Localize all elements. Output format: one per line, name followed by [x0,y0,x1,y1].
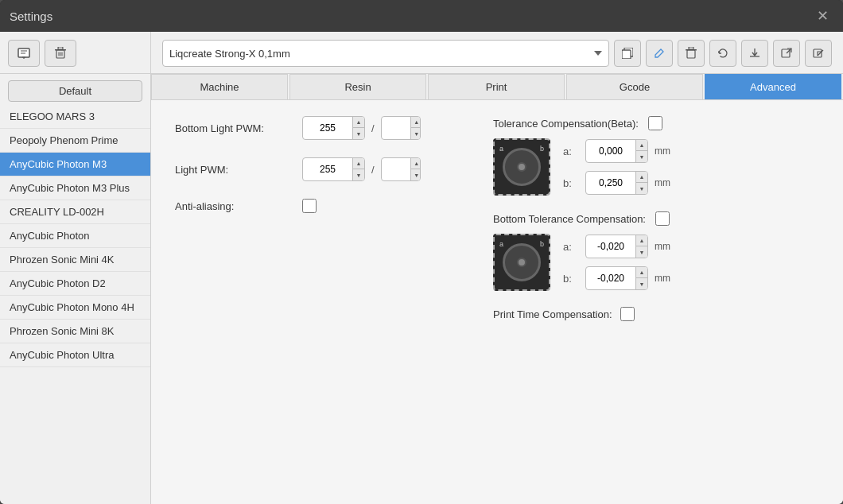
tab-gcode[interactable]: Gcode [566,74,703,99]
sidebar-item-peopoly-phenom-prime[interactable]: Peopoly Phenom Prime [0,129,150,153]
bottom-tolerance-b-unit: mm [655,273,670,284]
light-pwm-input-group[interactable]: ▲ ▼ [302,157,365,181]
tab-machine[interactable]: Machine [151,74,288,99]
bottom-light-pwm-slash-input[interactable] [382,117,410,139]
bottom-tolerance-a-input-group[interactable]: ▲ ▼ [585,235,648,258]
tolerance-a-input-group[interactable]: ▲ ▼ [585,139,648,163]
anti-aliasing-row: Anti-aliasing: [175,199,445,213]
light-pwm-slash-up[interactable]: ▲ [411,158,421,169]
anti-aliasing-label: Anti-aliasing: [175,200,294,212]
bottom-tolerance-center [517,258,526,267]
profile-export-button[interactable] [773,40,800,67]
bottom-tolerance-b-up[interactable]: ▲ [636,267,647,278]
tolerance-a-down[interactable]: ▼ [636,151,647,162]
settings-window: Settings ✕ Default ELEGOO MARS 3 Peopoly… [0,0,843,504]
tolerance-a-input[interactable] [586,140,635,162]
light-pwm-slash-down[interactable]: ▼ [411,169,421,180]
tab-print[interactable]: Print [428,74,565,99]
print-time-checkbox[interactable] [620,307,635,321]
sidebar-item-anycubic-photon-m3[interactable]: AnyCubic Photon M3 [0,153,150,176]
profile-edit-button[interactable] [646,40,673,67]
add-profile-button[interactable] [8,40,40,67]
tolerance-b-down[interactable]: ▼ [636,183,647,194]
tolerance-circle [503,148,541,186]
tolerance-b-input[interactable] [586,172,635,194]
bottom-tolerance-title: Bottom Tolerance Compensation: [493,213,646,225]
tolerance-b-label: b: [563,177,579,189]
sidebar-item-phrozen-sonic-mini-8k[interactable]: Phrozen Sonic Mini 8K [0,320,150,343]
bottom-tolerance-compensation-section: Bottom Tolerance Compensation: a b [493,211,819,291]
light-pwm-label: Light PWM: [175,164,294,176]
profile-reload-button[interactable] [709,40,736,67]
bottom-tolerance-a-label: a: [563,241,579,253]
svg-rect-7 [689,47,693,49]
window-title: Settings [10,10,52,23]
sidebar-item-elegoo-mars-3[interactable]: ELEGOO MARS 3 [0,105,150,129]
bottom-light-pwm-slash: / [371,122,375,134]
delete-profile-button[interactable] [45,40,76,67]
sidebar-item-anycubic-photon-ultra[interactable]: AnyCubic Photon Ultra [0,343,150,367]
svg-rect-5 [622,50,631,59]
close-button[interactable]: ✕ [811,5,833,27]
sidebar-item-anycubic-photon-m3-plus[interactable]: AnyCubic Photon M3 Plus [0,176,150,200]
light-pwm-input[interactable] [303,158,352,180]
tolerance-b-unit: mm [655,177,670,188]
tolerance-a-unit: mm [655,145,670,157]
light-pwm-spinner: ▲ ▼ / ▲ ▼ [302,157,421,181]
profile-select[interactable]: Liqcreate Strong-X 0,1mm [162,40,609,67]
sidebar: Default ELEGOO MARS 3 Peopoly Phenom Pri… [0,32,151,504]
sidebar-item-anycubic-photon-d2[interactable]: AnyCubic Photon D2 [0,272,150,296]
light-pwm-down[interactable]: ▼ [353,169,364,180]
tolerance-compensation-body: a b a: [493,138,819,196]
bottom-tolerance-b-input-group[interactable]: ▲ ▼ [585,266,648,290]
profile-download-button[interactable] [741,40,768,67]
tolerance-compensation-section: Tolerance Compensation(Beta): a b [493,116,819,196]
tolerance-compensation-header: Tolerance Compensation(Beta): [493,116,819,130]
bottom-light-pwm-slash-input-group[interactable]: ▲ ▼ [381,116,421,140]
light-pwm-slash: / [371,164,375,176]
tolerance-b-input-group[interactable]: ▲ ▼ [585,171,648,195]
bottom-tolerance-checkbox[interactable] [655,211,670,226]
bottom-light-pwm-slash-up[interactable]: ▲ [411,117,421,128]
profile-copy-button[interactable] [614,40,641,67]
tolerance-a-row: a: ▲ ▼ mm [563,139,670,163]
profile-import-button[interactable] [805,40,832,67]
bottom-light-pwm-up[interactable]: ▲ [353,117,364,128]
bottom-tolerance-circle [503,243,541,281]
tolerance-b-row: b: ▲ ▼ mm [563,171,670,195]
sidebar-item-anycubic-photon[interactable]: AnyCubic Photon [0,224,150,248]
right-column: Tolerance Compensation(Beta): a b [493,116,819,488]
light-pwm-up[interactable]: ▲ [353,158,364,169]
bottom-tolerance-b-row: b: ▲ ▼ mm [563,266,670,290]
tolerance-b-up[interactable]: ▲ [636,172,647,183]
bottom-tolerance-a-row: a: ▲ ▼ mm [563,235,670,258]
bottom-tolerance-b-down[interactable]: ▼ [636,278,647,289]
tolerance-a-up[interactable]: ▲ [636,140,647,151]
profile-delete-button[interactable] [678,40,705,67]
bottom-tolerance-a-up[interactable]: ▲ [636,235,647,246]
bottom-tolerance-b-label: b: [563,273,579,285]
bottom-tolerance-a-input[interactable] [586,235,635,258]
bottom-tolerance-b-input[interactable] [586,267,635,289]
sidebar-item-anycubic-photon-mono-4h[interactable]: AnyCubic Photon Mono 4H [0,296,150,320]
light-pwm-slash-input[interactable] [382,158,410,180]
tab-resin[interactable]: Resin [289,74,426,99]
light-pwm-slash-input-group[interactable]: ▲ ▼ [381,157,421,181]
bottom-light-pwm-input-group[interactable]: ▲ ▼ [302,116,365,140]
tab-advanced[interactable]: Advanced [705,74,841,99]
anti-aliasing-checkbox[interactable] [302,199,317,213]
bottom-tolerance-body: a b a: [493,234,819,291]
main-panel: Liqcreate Strong-X 0,1mm [151,32,843,504]
svg-rect-2 [58,47,63,49]
sidebar-toolbar [0,32,150,74]
bottom-tolerance-a-down[interactable]: ▼ [636,246,647,258]
bottom-light-pwm-down[interactable]: ▼ [353,128,364,139]
svg-rect-9 [782,49,790,57]
default-button[interactable]: Default [8,80,142,102]
sidebar-item-creality-ld-002h[interactable]: CREALITY LD-002H [0,200,150,224]
bottom-light-pwm-input[interactable] [303,117,352,139]
tolerance-compensation-checkbox[interactable] [648,116,662,130]
bottom-light-pwm-slash-down[interactable]: ▼ [411,128,421,139]
sidebar-item-phrozen-sonic-mini-4k[interactable]: Phrozen Sonic Mini 4K [0,248,150,272]
content-area: Default ELEGOO MARS 3 Peopoly Phenom Pri… [0,32,843,504]
